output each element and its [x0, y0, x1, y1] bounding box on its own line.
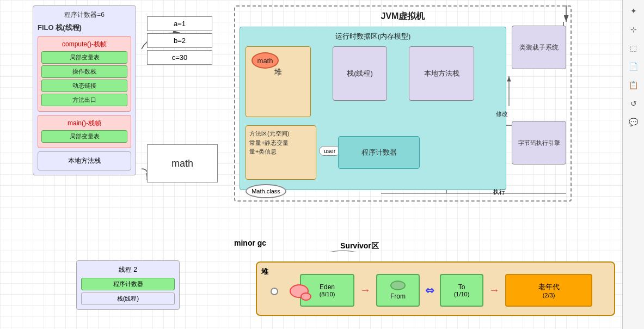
operand-stack-item: 操作数栈	[41, 65, 127, 78]
runtime-title: 运行时数据区(内存模型)	[244, 32, 501, 41]
old-gen-box: 老年代 (2/3)	[505, 274, 592, 307]
from-oval	[390, 281, 406, 290]
native-method-box: 本地方法栈	[38, 151, 131, 170]
arrow-double: ⇔	[425, 284, 434, 297]
main-stack-frame: main()-栈帧 局部变量表	[38, 115, 131, 148]
math-class-oval: Math.class	[246, 184, 286, 198]
heap-dot	[271, 288, 278, 295]
from-label: From	[390, 293, 406, 300]
navigate-icon[interactable]: ✦	[627, 4, 640, 17]
runtime-area: 运行时数据区(内存模型) math 堆 栈(线程) 本地方法栈 方法区(元空间)…	[240, 27, 506, 190]
bytecode-label: 字节码执行引擎	[518, 139, 560, 147]
bytecode-box: 字节码执行引擎	[512, 121, 566, 164]
execute-label: 执行	[493, 188, 505, 196]
var-a-box: a=1	[147, 16, 212, 31]
sidebar: ✦ ⊹ ⬚ 📄 📋 ↺ 💬	[622, 0, 644, 329]
heap-box: math 堆	[246, 46, 311, 117]
document-icon[interactable]: 📄	[627, 60, 640, 73]
program-counter-label: 程序计数器	[361, 148, 397, 157]
old-gen-label: 老年代	[538, 282, 560, 292]
stack-thread-label: 栈(线程)	[347, 69, 373, 78]
thread2-label: 线程 2	[81, 265, 175, 275]
var-c-box: c=30	[147, 50, 212, 65]
main-canvas: + 程序计数器=6 FILO 栈(线程) compute()-栈帧 局部变量表 …	[0, 0, 622, 329]
to-box: To (1/10)	[440, 274, 483, 307]
math-box: math	[147, 144, 218, 182]
filo-label: FILO 栈(线程)	[38, 23, 131, 33]
heap-bottom-container: 堆 Eden (8/10) → From ⇔ To (1/10) →	[256, 261, 615, 316]
method-exit-item: 方法出口	[41, 94, 127, 106]
to-ratio: (1/10)	[454, 291, 470, 297]
survivor-brace: ⌒	[327, 248, 359, 263]
cursor-icon[interactable]: ⊹	[627, 23, 640, 36]
main-local-var-item: 局部变量表	[41, 130, 127, 143]
eden-ratio: (8/10)	[320, 291, 335, 297]
method-area-label: 方法区(元空间)常量+静态变量量+类信息	[249, 129, 312, 156]
native-stack-label: 本地方法栈	[424, 69, 459, 78]
thread2-panel: 线程 2 程序计数器 栈(线程)	[76, 260, 180, 310]
program-counter-box: 程序计数器	[338, 136, 420, 169]
method-area-box: 方法区(元空间)常量+静态变量量+类信息	[246, 125, 316, 180]
vars-panel: a=1 b=2 c=30	[147, 16, 212, 67]
thread2-stack-box: 栈(线程)	[81, 293, 175, 305]
classloader-label: 类装载子系统	[519, 43, 559, 52]
from-box: From	[376, 274, 420, 307]
dynamic-link-item: 动态链接	[41, 80, 127, 92]
eden-label: Eden	[320, 283, 335, 291]
arrow-eden-from: →	[360, 284, 371, 296]
jvm-panel: JVM虚拟机 运行时数据区(内存模型) math 堆 栈(线程) 本地方法栈 方…	[234, 5, 572, 202]
classloader-box: 类装载子系统	[512, 26, 566, 69]
math-oval: math	[252, 52, 279, 69]
modify-label: 修改	[496, 110, 508, 118]
heap-title: 堆	[274, 68, 282, 77]
var-b-box: b=2	[147, 33, 212, 48]
thread-panel: 程序计数器=6 FILO 栈(线程) compute()-栈帧 局部变量表 操作…	[33, 5, 136, 175]
thread2-counter-box: 程序计数器	[81, 278, 175, 290]
comment-icon[interactable]: 💬	[627, 115, 640, 129]
eden-oval-2	[300, 293, 311, 301]
page-icon[interactable]: 📋	[627, 78, 640, 92]
heap-bottom-panel: 堆 Eden (8/10) → From ⇔ To (1/10) →	[256, 261, 615, 316]
heap-bottom-title: 堆	[261, 267, 268, 277]
compute-stack-frame: compute()-栈帧 局部变量表 操作数栈 动态链接 方法出口	[38, 36, 131, 112]
stack-thread-box: 栈(线程)	[333, 46, 387, 101]
counter-label: 程序计数器=6	[38, 10, 131, 20]
native-method-label: 本地方法栈	[68, 157, 101, 164]
old-gen-ratio: (2/3)	[543, 292, 555, 298]
user-tag: user	[319, 146, 340, 156]
to-label: To	[458, 283, 465, 291]
minor-gc-label: minor gc	[234, 239, 266, 247]
native-method-stack-box: 本地方法栈	[409, 46, 474, 101]
image-icon[interactable]: ⬚	[627, 41, 640, 54]
local-var-item: 局部变量表	[41, 51, 127, 64]
compute-frame-title: compute()-栈帧	[41, 40, 127, 49]
main-frame-title: main()-栈帧	[41, 119, 127, 128]
jvm-title: JVM虚拟机	[240, 11, 566, 22]
history-icon[interactable]: ↺	[627, 97, 640, 110]
arrow-to-old: →	[489, 284, 500, 296]
math-label: math	[171, 158, 193, 169]
